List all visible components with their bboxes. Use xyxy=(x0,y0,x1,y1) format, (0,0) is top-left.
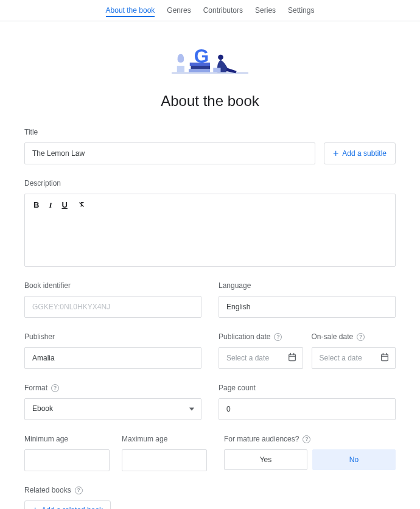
help-icon[interactable]: ? xyxy=(75,486,83,494)
svg-rect-15 xyxy=(382,356,388,357)
minimum-age-input[interactable] xyxy=(24,449,110,471)
publication-date-label: Publication date ? xyxy=(219,332,303,341)
description-editor[interactable]: B I U xyxy=(24,194,396,267)
help-icon[interactable]: ? xyxy=(303,435,310,443)
language-label: Language xyxy=(219,281,396,290)
plus-icon: + xyxy=(32,505,38,509)
svg-rect-2 xyxy=(189,69,210,72)
svg-rect-9 xyxy=(290,353,290,355)
chevron-down-icon xyxy=(189,408,194,411)
svg-rect-11 xyxy=(289,356,295,357)
description-label: Description xyxy=(24,179,396,188)
book-identifier-label: Book identifier xyxy=(24,281,201,290)
help-icon[interactable]: ? xyxy=(51,384,59,392)
mature-label: For mature audiences? ? xyxy=(224,435,396,443)
svg-rect-7 xyxy=(213,68,220,72)
page-title: About the book xyxy=(0,93,420,110)
tab-settings[interactable]: Settings xyxy=(288,5,314,17)
svg-rect-13 xyxy=(383,353,383,355)
minimum-age-label: Minimum age xyxy=(24,435,110,443)
tab-bar: About the book Genres Contributors Serie… xyxy=(0,0,420,21)
calendar-icon[interactable] xyxy=(380,353,390,364)
book-identifier-input xyxy=(24,296,201,318)
on-sale-date-label: On-sale date ? xyxy=(312,332,396,341)
add-related-label: Add a related book xyxy=(41,506,103,509)
title-input[interactable] xyxy=(24,142,315,164)
editor-toolbar: B I U xyxy=(33,200,387,211)
tab-contributors[interactable]: Contributors xyxy=(203,5,243,17)
page-count-input[interactable] xyxy=(219,398,396,420)
title-label: Title xyxy=(24,128,396,136)
svg-rect-8 xyxy=(289,354,295,361)
svg-text:G: G xyxy=(194,45,209,67)
language-input[interactable] xyxy=(219,296,396,318)
maximum-age-input[interactable] xyxy=(122,449,207,471)
italic-button[interactable]: I xyxy=(49,200,52,211)
help-icon[interactable]: ? xyxy=(357,333,365,341)
calendar-icon[interactable] xyxy=(287,353,297,364)
hero-illustration: G xyxy=(0,21,420,86)
plus-icon: + xyxy=(333,149,338,158)
format-select[interactable]: Ebook xyxy=(24,398,201,420)
svg-rect-14 xyxy=(386,353,387,355)
add-subtitle-button[interactable]: + Add a subtitle xyxy=(324,142,396,164)
publisher-input[interactable] xyxy=(24,347,201,369)
svg-point-6 xyxy=(218,55,223,60)
clear-format-button[interactable] xyxy=(77,200,86,211)
tab-about[interactable]: About the book xyxy=(106,5,155,17)
svg-rect-12 xyxy=(382,354,388,361)
tab-series[interactable]: Series xyxy=(255,5,276,17)
maximum-age-label: Maximum age xyxy=(122,435,207,443)
publisher-label: Publisher xyxy=(24,332,201,341)
bold-button[interactable]: B xyxy=(33,200,39,211)
mature-yes-button[interactable]: Yes xyxy=(224,449,307,470)
underline-button[interactable]: U xyxy=(61,200,67,211)
mature-no-button[interactable]: No xyxy=(312,449,396,470)
svg-rect-0 xyxy=(172,72,248,74)
help-icon[interactable]: ? xyxy=(274,333,282,341)
tab-genres[interactable]: Genres xyxy=(167,5,191,17)
format-label: Format ? xyxy=(24,384,201,392)
svg-rect-1 xyxy=(177,66,184,72)
svg-rect-10 xyxy=(293,353,294,355)
add-subtitle-label: Add a subtitle xyxy=(342,149,387,158)
page-count-label: Page count xyxy=(219,384,396,392)
add-related-book-button[interactable]: + Add a related book xyxy=(24,500,111,509)
related-books-label: Related books ? xyxy=(24,486,396,494)
